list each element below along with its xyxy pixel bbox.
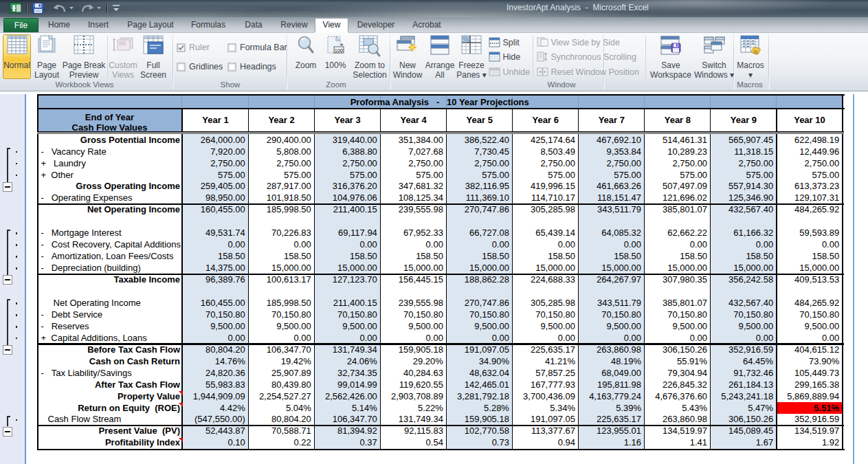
svg-text:100: 100 — [335, 47, 344, 54]
